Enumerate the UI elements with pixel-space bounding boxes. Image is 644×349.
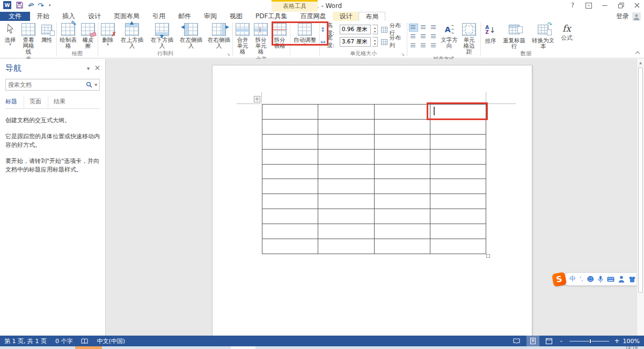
eraser-button[interactable]: 橡皮擦 [79,23,97,49]
table-cell[interactable] [430,105,486,120]
table-cell[interactable] [262,150,318,165]
tab-design[interactable]: 设计 [82,12,107,21]
sign-in[interactable]: 登录 [616,12,641,21]
insert-below-button[interactable]: ▼ 在下方插入 [147,23,177,49]
navigation-dropdown-icon[interactable]: ▾ [87,65,90,71]
tab-mailings[interactable]: 邮件 [172,12,197,21]
table-cell[interactable] [375,239,430,254]
search-icon[interactable] [86,81,92,88]
align-middle-center-button[interactable] [419,32,428,40]
column-width-input[interactable] [340,37,371,47]
table-cell[interactable] [375,224,430,239]
tab-baidu-netdisk[interactable]: 百度网盘 [294,12,332,21]
align-middle-right-button[interactable] [428,32,437,40]
table-cell[interactable] [262,165,318,180]
table-resize-handle[interactable] [486,254,490,258]
formula-button[interactable]: fx 公式 [558,23,576,41]
table-cell[interactable] [375,194,430,209]
close-icon[interactable] [633,2,641,9]
tab-view[interactable]: 视图 [223,12,249,21]
ribbon-display-options-icon[interactable] [585,2,592,9]
scrollbar-thumb[interactable] [638,68,643,293]
view-gridlines-button[interactable]: 查看网格线 [19,23,38,55]
split-cells-button[interactable]: 拆分单元格 [252,23,270,55]
tab-insert[interactable]: 插入 [56,12,82,21]
table-cell[interactable] [262,194,318,209]
zoom-level[interactable]: 100% [623,338,640,345]
table-cell[interactable] [318,179,374,194]
table-cell[interactable] [318,239,374,254]
rows-columns-dialog-launcher-icon[interactable]: ↘ [226,53,230,57]
document-page[interactable]: ✛ [212,65,532,336]
table-cell[interactable] [262,179,318,194]
page-indicator[interactable]: 第 1 页, 共 1 页 [4,337,47,345]
table-cell[interactable] [318,209,374,224]
table-cell[interactable] [430,165,486,180]
split-table-button[interactable]: 拆分表格 [270,23,289,49]
nav-tab-results[interactable]: 结果 [54,96,72,108]
select-button[interactable]: 选择 ▾ [1,23,19,47]
ime-skin-icon[interactable] [628,276,636,283]
table-cell[interactable] [430,209,486,224]
ime-mic-icon[interactable] [598,276,603,283]
table-cell[interactable] [430,179,486,194]
insert-above-button[interactable]: ▲ 在上方插入 [117,23,147,49]
table-move-handle[interactable]: ✛ [254,96,260,102]
table-cell[interactable] [318,105,374,120]
align-bottom-right-button[interactable] [428,41,437,49]
table-cell[interactable] [318,165,374,180]
nav-tab-headings[interactable]: 标题 [5,96,24,108]
tab-review[interactable]: 审阅 [197,12,223,21]
table-cell[interactable] [430,239,486,254]
tab-references[interactable]: 引用 [146,12,172,21]
distribute-rows-button[interactable]: 分布行 [380,24,406,35]
zoom-out-button[interactable]: - [559,337,564,345]
table-cell[interactable] [318,224,374,239]
ime-mode-chinese[interactable]: 中 [569,274,576,284]
text-direction-button[interactable]: A →→→ 文字方向 [439,23,459,49]
tab-table-design[interactable]: 设计 [333,12,358,21]
merge-cells-button[interactable]: 合并单元格 [233,23,252,55]
autofit-button[interactable]: 自动调整 ▾ [292,23,318,47]
table-cell[interactable] [262,209,318,224]
table-cell[interactable] [430,194,486,209]
language-indicator[interactable]: 中文(中国) [97,337,125,345]
ime-account-icon[interactable] [618,276,625,283]
table-cell[interactable] [375,135,430,150]
web-layout-button[interactable] [543,336,555,346]
navigation-search-box[interactable]: ▾ [5,79,100,91]
insert-left-button[interactable]: ◀ 在左侧插入 [177,23,205,49]
zoom-in-button[interactable]: + [614,337,620,345]
convert-to-text-button[interactable]: ↷ 转换为文本 [529,23,558,50]
ime-emoji-icon[interactable]: ☻ [587,275,594,283]
cell-margins-button[interactable]: 单元格边距 [459,23,479,55]
minimize-icon[interactable] [601,2,609,9]
read-mode-button[interactable] [510,336,523,346]
table-cell[interactable] [375,150,430,165]
width-spinner[interactable]: ▴▾ [372,37,378,47]
tab-file[interactable]: 文件 [0,12,30,21]
draw-table-button[interactable]: ✎ 绘制表格 [57,23,79,49]
align-top-right-button[interactable] [428,24,437,32]
table-cell[interactable] [262,135,318,150]
table-cell[interactable] [262,239,318,254]
print-layout-button[interactable] [526,336,539,346]
align-middle-left-button[interactable] [409,32,418,40]
table-cell[interactable] [318,120,374,135]
tab-home[interactable]: 开始 [30,12,56,21]
zoom-slider-thumb[interactable] [589,339,591,344]
repeat-header-rows-button[interactable]: 重复标题行 [500,23,529,50]
ime-keyboard-icon[interactable] [607,277,614,282]
table-cell[interactable] [430,150,486,165]
collapse-ribbon-icon[interactable] [636,52,640,56]
proofing-icon[interactable] [81,338,88,344]
align-bottom-left-button[interactable] [409,41,418,49]
navigation-close-icon[interactable] [95,65,100,71]
table-cell[interactable] [430,135,486,150]
row-height-input[interactable] [340,25,371,34]
properties-button[interactable]: 属性 [38,23,56,43]
vertical-scrollbar[interactable]: ▲ [636,59,644,336]
cell-size-dialog-launcher-icon[interactable]: ↘ [401,53,405,57]
table-cell[interactable] [375,179,430,194]
distribute-columns-button[interactable]: 分布列 [380,36,406,47]
